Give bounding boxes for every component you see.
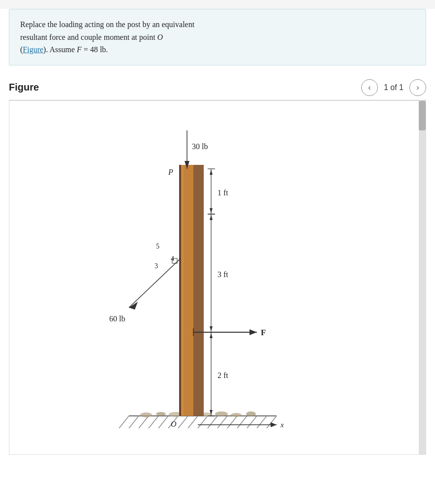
svg-line-4 [149, 416, 158, 428]
svg-line-14 [247, 416, 257, 428]
dim-3ft-label: 3 ft [218, 270, 228, 279]
svg-point-22 [215, 411, 228, 416]
svg-line-8 [188, 416, 198, 428]
label-P: P [168, 168, 173, 176]
ratio-5: 5 [156, 243, 159, 250]
svg-line-2 [129, 416, 139, 428]
svg-line-7 [178, 416, 188, 428]
dim-3ft: 3 ft [208, 214, 228, 332]
force-30lb-label: 30 lb [192, 142, 208, 151]
svg-point-17 [140, 412, 152, 417]
figure-header: Figure ‹ 1 of 1 › [9, 79, 426, 100]
svg-marker-38 [210, 326, 213, 331]
label-O: O [171, 420, 177, 428]
x-axis: x [198, 421, 284, 429]
prev-icon: ‹ [368, 83, 371, 92]
force-F: F [193, 328, 266, 337]
next-icon: › [416, 83, 419, 92]
problem-box: Replace the loading acting on the post b… [9, 9, 426, 65]
figure-count: 1 of 1 [384, 83, 404, 92]
prev-button[interactable]: ‹ [361, 79, 378, 96]
dim-2ft-label: 2 ft [218, 371, 228, 379]
svg-line-10 [208, 416, 218, 428]
figure-title: Figure [9, 82, 39, 93]
dim-1ft: 1 ft [208, 169, 228, 214]
force-60lb-label: 60 lb [109, 315, 125, 323]
dim-1ft-label: 1 ft [218, 189, 228, 197]
svg-point-24 [246, 411, 256, 416]
svg-line-3 [139, 416, 149, 428]
svg-line-15 [257, 416, 267, 428]
svg-line-12 [227, 416, 237, 428]
svg-line-9 [198, 416, 208, 428]
force-F-label: F [261, 328, 266, 337]
svg-line-1 [119, 416, 129, 428]
problem-text: Replace the loading acting on the post b… [20, 18, 415, 56]
scrollbar[interactable] [419, 101, 426, 454]
diagram-container: 1 ft 3 ft [70, 116, 316, 452]
svg-marker-42 [210, 333, 213, 338]
svg-line-13 [237, 416, 247, 428]
next-button[interactable]: › [409, 79, 426, 96]
svg-marker-53 [271, 422, 277, 427]
figure-link[interactable]: Figure [23, 45, 43, 54]
dim-2ft: 2 ft [208, 332, 228, 416]
diagram-svg: 1 ft 3 ft [70, 116, 316, 450]
svg-marker-50 [249, 329, 257, 335]
svg-marker-37 [210, 215, 213, 220]
page-container: Replace the loading acting on the post b… [0, 9, 435, 504]
svg-point-23 [231, 413, 242, 417]
svg-line-5 [158, 416, 168, 428]
svg-rect-28 [179, 165, 181, 416]
svg-line-11 [218, 416, 227, 428]
force-30lb: 30 lb [185, 130, 208, 169]
x-label: x [280, 421, 284, 429]
svg-marker-32 [210, 170, 213, 175]
scrollbar-thumb [419, 101, 426, 130]
svg-marker-33 [210, 208, 213, 213]
figure-area: 1 ft 3 ft [9, 100, 426, 455]
figure-nav: ‹ 1 of 1 › [361, 79, 426, 96]
post [179, 165, 204, 416]
svg-point-18 [156, 412, 166, 416]
force-60lb: 5 4 3 60 lb [109, 243, 181, 323]
ratio-3: 3 [155, 262, 158, 270]
